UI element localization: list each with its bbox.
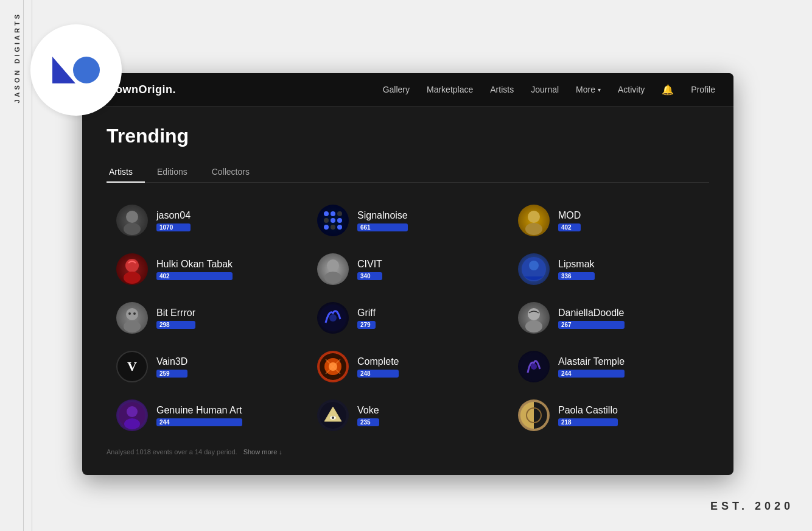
artist-item-signalnoise[interactable]: Signalnoise 661 xyxy=(307,197,508,244)
avatar-genuine xyxy=(116,399,148,431)
artist-info-lipsmak: Lipsmak 336 xyxy=(558,259,595,280)
avatar-alastair xyxy=(518,351,550,382)
svg-point-12 xyxy=(128,312,131,315)
artist-info-genuine: Genuine Human Art 244 xyxy=(156,405,242,426)
svg-point-9 xyxy=(529,261,539,270)
avatar-paola xyxy=(518,399,550,431)
svg-point-22 xyxy=(531,364,537,370)
artist-item-genuine[interactable]: Genuine Human Art 244 xyxy=(107,392,307,438)
logo-shapes xyxy=(52,57,100,83)
artist-item-hulki[interactable]: Hulki Okan Tabak 402 xyxy=(107,246,307,292)
nav-profile[interactable]: Profile xyxy=(691,85,715,94)
page-title: Trending xyxy=(107,125,709,147)
avatar-griff xyxy=(317,302,349,334)
avatar-vain3d: V xyxy=(116,351,148,382)
artist-name-mod: MOD xyxy=(558,210,581,221)
avatar-biterrror xyxy=(116,302,148,334)
tab-editions[interactable]: Editions xyxy=(145,162,200,183)
artist-name-paola: Paola Castillo xyxy=(558,405,618,416)
artist-score-civit: 340 xyxy=(357,272,382,280)
artist-info-jason04: jason04 1070 xyxy=(156,210,191,231)
main-content: Trending Artists Editions Collectors jas… xyxy=(82,107,733,475)
avatar-daniella xyxy=(518,302,550,334)
artist-name-voke: Voke xyxy=(357,405,379,416)
artist-name-jason04: jason04 xyxy=(156,210,191,221)
avatar-voke xyxy=(317,399,349,431)
vain3d-v-icon: V xyxy=(127,359,137,375)
svg-point-3 xyxy=(525,223,542,235)
est-text: EST. 2020 xyxy=(710,500,794,513)
artist-item-daniella[interactable]: DaniellaDoodle 267 xyxy=(508,295,709,341)
artist-item-voke[interactable]: Voke 235 xyxy=(307,392,508,438)
footer-note: Analysed 1018 events over a 14 day perio… xyxy=(107,448,709,455)
artist-item-civit[interactable]: CIVIT 340 xyxy=(307,246,508,292)
show-more-button[interactable]: Show more ↓ xyxy=(243,448,282,455)
avatar-complete xyxy=(317,351,349,382)
browser-window: KnownOrigin. Gallery Marketplace Artists… xyxy=(82,73,733,475)
artist-item-lipsmak[interactable]: Lipsmak 336 xyxy=(508,246,709,292)
tab-artists[interactable]: Artists xyxy=(107,162,145,183)
artist-score-mod: 402 xyxy=(558,223,581,231)
logo-triangle xyxy=(52,57,75,83)
artist-item-griff[interactable]: Griff 279 xyxy=(307,295,508,341)
artist-score-biterrror: 298 xyxy=(156,321,195,329)
artist-score-vain3d: 259 xyxy=(156,370,187,378)
artist-item-vain3d[interactable]: V Vain3D 259 xyxy=(107,343,307,390)
nav-activity[interactable]: Activity xyxy=(618,85,645,94)
artist-info-vain3d: Vain3D 259 xyxy=(156,356,187,378)
artist-info-complete: Complete 248 xyxy=(357,356,399,378)
svg-point-13 xyxy=(133,312,136,315)
nav-marketplace[interactable]: Marketplace xyxy=(427,85,473,94)
artist-item-complete[interactable]: Complete 248 xyxy=(307,343,508,390)
artist-item-jason04[interactable]: jason04 1070 xyxy=(107,197,307,244)
artist-item-mod[interactable]: MOD 402 xyxy=(508,197,709,244)
nav-more-label: More xyxy=(576,85,595,94)
navbar: KnownOrigin. Gallery Marketplace Artists… xyxy=(82,73,733,107)
artist-name-genuine: Genuine Human Art xyxy=(156,405,242,416)
artist-info-hulki: Hulki Okan Tabak 402 xyxy=(156,259,233,280)
artist-info-paola: Paola Castillo 218 xyxy=(558,405,618,426)
tab-collectors[interactable]: Collectors xyxy=(200,162,262,183)
artist-score-alastair: 244 xyxy=(558,370,625,378)
avatar-mod xyxy=(518,205,550,236)
artist-item-biterrror[interactable]: Bit Errror 298 xyxy=(107,295,307,341)
artist-score-genuine: 244 xyxy=(156,418,242,426)
signalnoise-dots-icon xyxy=(324,211,342,230)
svg-point-10 xyxy=(126,308,138,320)
tabs: Artists Editions Collectors xyxy=(107,162,709,183)
svg-point-24 xyxy=(127,406,138,417)
nav-more-dropdown[interactable]: More ▾ xyxy=(576,85,601,94)
artist-score-hulki: 402 xyxy=(156,272,233,280)
artist-info-biterrror: Bit Errror 298 xyxy=(156,308,195,329)
nav-journal[interactable]: Journal xyxy=(531,85,559,94)
watermark-side: JASON DIGIARTS xyxy=(0,0,33,531)
svg-point-25 xyxy=(124,418,140,429)
svg-point-29 xyxy=(332,417,334,419)
avatar-lipsmak xyxy=(518,253,550,285)
svg-point-0 xyxy=(126,211,138,223)
bell-icon[interactable]: 🔔 xyxy=(662,84,674,96)
artist-info-mod: MOD 402 xyxy=(558,210,581,231)
avatar-hulki xyxy=(116,253,148,285)
artist-name-vain3d: Vain3D xyxy=(156,356,187,367)
chevron-down-icon: ▾ xyxy=(598,86,601,93)
artist-name-daniella: DaniellaDoodle xyxy=(558,308,625,318)
svg-point-11 xyxy=(124,320,141,332)
artist-name-lipsmak: Lipsmak xyxy=(558,259,595,270)
artist-info-griff: Griff 279 xyxy=(357,308,376,329)
artist-score-voke: 235 xyxy=(357,418,379,426)
nav-gallery[interactable]: Gallery xyxy=(383,85,410,94)
artist-item-paola[interactable]: Paola Castillo 218 xyxy=(508,392,709,438)
avatar-jason04 xyxy=(116,205,148,236)
artist-name-biterrror: Bit Errror xyxy=(156,308,195,318)
svg-point-6 xyxy=(327,259,339,272)
artist-info-daniella: DaniellaDoodle 267 xyxy=(558,308,625,329)
artist-score-jason04: 1070 xyxy=(156,223,191,231)
artist-score-complete: 248 xyxy=(357,370,399,378)
artist-name-alastair: Alastair Temple xyxy=(558,356,625,367)
nav-artists[interactable]: Artists xyxy=(490,85,514,94)
artists-grid: jason04 1070 Signalnoise 661 xyxy=(107,197,709,438)
nav-links: Gallery Marketplace Artists Journal More… xyxy=(383,84,715,96)
artist-item-alastair[interactable]: Alastair Temple 244 xyxy=(508,343,709,390)
svg-point-15 xyxy=(329,314,337,322)
